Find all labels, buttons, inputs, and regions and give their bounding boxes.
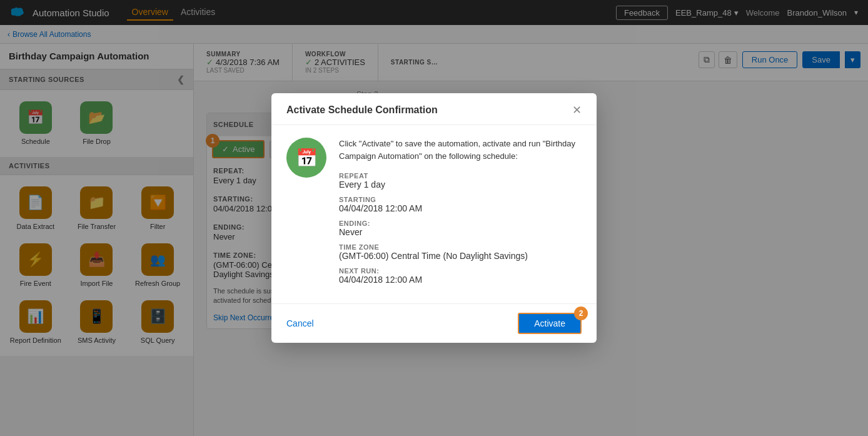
activate-button[interactable]: Activate — [518, 313, 582, 334]
modal-ending: ENDING: Never — [339, 220, 582, 237]
modal-header: Activate Schedule Confirmation ✕ — [271, 93, 597, 125]
modal-footer: Cancel Activate 2 — [271, 303, 597, 343]
modal-starting-value: 04/04/2018 12:00 AM — [339, 203, 582, 213]
modal-repeat-value: Every 1 day — [339, 180, 582, 190]
modal-timezone-label: TIME ZONE — [339, 243, 582, 251]
modal-body: 📅 Click "Activate" to save the automatio… — [271, 125, 597, 303]
modal-intro: Click "Activate" to save the automation,… — [339, 138, 582, 162]
modal-timezone-value: (GMT-06:00) Central Time (No Daylight Sa… — [339, 251, 582, 261]
modal-starting: STARTING 04/04/2018 12:00 AM — [339, 196, 582, 213]
modal-timezone: TIME ZONE (GMT-06:00) Central Time (No D… — [339, 243, 582, 261]
modal-title: Activate Schedule Confirmation — [286, 104, 438, 116]
modal-next-run: NEXT RUN: 04/04/2018 12:00 AM — [339, 267, 582, 285]
modal-repeat-label: REPEAT — [339, 172, 582, 180]
modal-ending-label: ENDING: — [339, 220, 582, 227]
modal-next-run-value: 04/04/2018 12:00 AM — [339, 275, 582, 285]
cancel-button[interactable]: Cancel — [286, 318, 314, 328]
modal-starting-label: STARTING — [339, 196, 582, 203]
activate-modal: Activate Schedule Confirmation ✕ 📅 Click… — [271, 93, 597, 343]
modal-close-button[interactable]: ✕ — [572, 104, 582, 116]
activate-btn-wrap: Activate 2 — [518, 313, 582, 334]
modal-ending-value: Never — [339, 227, 582, 237]
modal-repeat: REPEAT Every 1 day — [339, 172, 582, 190]
badge-2: 2 — [574, 307, 588, 320]
modal-next-run-label: NEXT RUN: — [339, 267, 582, 275]
modal-icon-area: 📅 — [286, 138, 326, 291]
modal-content: Click "Activate" to save the automation,… — [339, 138, 582, 291]
modal-overlay[interactable]: Activate Schedule Confirmation ✕ 📅 Click… — [0, 0, 868, 436]
modal-calendar-icon: 📅 — [286, 138, 326, 178]
